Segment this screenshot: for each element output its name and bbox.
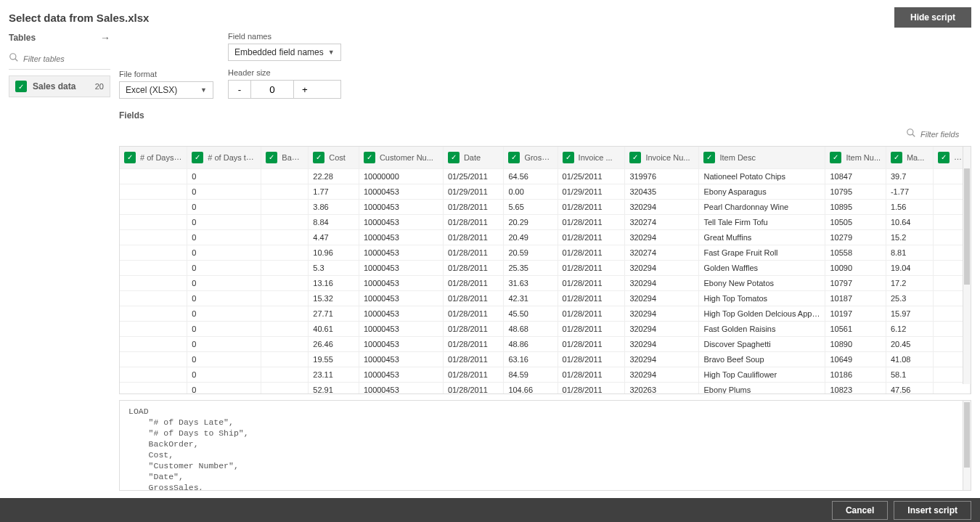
table-cell: 10279 [825,229,886,245]
table-cell: Fast Golden Raisins [699,321,825,336]
table-row[interactable]: 010.961000045301/28/201120.5901/28/20113… [120,245,971,260]
check-icon[interactable]: ✓ [508,152,520,163]
table-row[interactable]: 05.31000045301/28/201125.3501/28/2011320… [120,260,971,275]
table-row[interactable]: 040.611000045301/28/201148.6801/28/20113… [120,321,971,336]
table-cell [261,351,309,367]
column-header[interactable]: ✓Date [443,147,504,168]
check-icon[interactable]: ✓ [891,152,902,163]
table-cell: 01/29/2011 [558,184,625,199]
table-item-sales-data[interactable]: ✓ Sales data 20 [9,76,110,97]
filter-tables-input[interactable] [23,54,110,63]
table-cell: 19.55 [309,351,359,367]
table-cell [120,245,187,260]
table-row[interactable]: 052.911000045301/28/2011104.6601/28/2011… [120,382,971,394]
table-cell: 25.3 [886,290,933,306]
check-icon[interactable]: ✓ [830,152,841,163]
table-cell: Nationeel Potato Chips [699,168,825,184]
field-names-select[interactable]: Embedded field names ▼ [228,44,341,61]
table-cell: 320294 [625,275,699,290]
table-cell: 320294 [625,290,699,306]
column-header-label: Item Nu... [846,153,881,162]
vertical-scrollbar[interactable] [963,147,971,384]
table-cell: -1.77 [886,184,933,199]
stepper-minus-button[interactable]: - [229,81,250,98]
column-header[interactable]: ✓BackO... [261,147,309,168]
table-cell [261,260,309,275]
column-header[interactable]: ✓Item Nu... [825,147,886,168]
expand-arrow-icon[interactable]: → [100,32,110,44]
check-icon[interactable]: ✓ [629,152,641,163]
check-icon: ✓ [15,81,27,92]
column-header[interactable]: ✓Invoice ... [558,147,625,168]
column-header[interactable]: ✓# of Days ... [120,147,187,168]
header-size-input[interactable] [250,81,294,98]
cancel-button[interactable]: Cancel [832,501,888,520]
header-size-stepper[interactable]: - + [228,80,341,99]
table-row[interactable]: 01.771000045301/29/20110.0001/29/2011320… [120,184,971,199]
table-row[interactable]: 026.461000045301/28/201148.8601/28/20113… [120,336,971,351]
table-cell: 0 [187,229,261,245]
table-cell: 10000453 [359,229,443,245]
check-icon[interactable]: ✓ [703,152,715,163]
table-cell: 01/28/2011 [558,321,625,336]
table-row[interactable]: 022.281000000001/25/201164.5601/25/20113… [120,168,971,184]
column-header[interactable]: ✓Customer Nu... [359,147,443,168]
table-cell: 5.65 [504,199,558,214]
table-cell [261,214,309,229]
table-row[interactable]: 015.321000045301/28/201142.3101/28/20113… [120,290,971,306]
script-scrollbar[interactable] [963,401,971,490]
table-row[interactable]: 013.161000045301/28/201131.6301/28/20113… [120,275,971,290]
search-icon [9,52,19,65]
table-row[interactable]: 019.551000045301/28/201163.1601/28/20113… [120,351,971,367]
column-header[interactable]: ✓Item Desc [699,147,825,168]
column-header[interactable]: ✓Cost [309,147,359,168]
table-cell: 47.56 [886,382,933,394]
column-header[interactable]: ✓GrossS... [504,147,558,168]
table-cell: 0.00 [504,184,558,199]
column-header[interactable]: ✓Ma... [886,147,933,168]
column-header[interactable]: ✓# of Days to ... [187,147,261,168]
script-text: LOAD "# of Days Late", "# of Days to Shi… [120,401,971,491]
file-format-select[interactable]: Excel (XLSX) ▼ [119,81,213,99]
check-icon[interactable]: ✓ [124,152,136,163]
table-cell: 15.32 [309,290,359,306]
check-icon[interactable]: ✓ [563,152,574,163]
check-icon[interactable]: ✓ [938,152,950,163]
table-cell [120,351,187,367]
check-icon[interactable]: ✓ [364,152,375,163]
script-preview[interactable]: LOAD "# of Days Late", "# of Days to Shi… [119,400,971,491]
table-cell: 01/28/2011 [443,321,504,336]
table-cell: 01/28/2011 [443,214,504,229]
table-cell: Bravo Beef Soup [699,351,825,367]
table-cell: 320294 [625,260,699,275]
table-cell: 320294 [625,229,699,245]
table-cell: 25.35 [504,260,558,275]
insert-script-button[interactable]: Insert script [894,501,971,520]
table-cell: 1.56 [886,199,933,214]
column-header[interactable]: ✓Invoice Nu... [625,147,699,168]
table-cell: Great Muffins [699,229,825,245]
stepper-plus-button[interactable]: + [294,81,316,98]
table-cell [120,214,187,229]
table-cell: 10000453 [359,367,443,382]
table-cell: 15.2 [886,229,933,245]
check-icon[interactable]: ✓ [266,152,277,163]
check-icon[interactable]: ✓ [313,152,324,163]
check-icon[interactable]: ✓ [448,152,460,163]
filter-fields-input[interactable] [920,130,971,139]
table-cell: 58.1 [886,367,933,382]
table-row[interactable]: 04.471000045301/28/201120.4901/28/201132… [120,229,971,245]
check-icon[interactable]: ✓ [192,152,203,163]
fields-heading: Fields [119,110,971,121]
data-table-container: ✓# of Days ...✓# of Days to ...✓BackO...… [119,146,971,394]
table-row[interactable]: 027.711000045301/28/201145.5001/28/20113… [120,306,971,321]
table-cell [120,321,187,336]
table-row[interactable]: 03.861000045301/28/20115.6501/28/2011320… [120,199,971,214]
table-cell: 52.91 [309,382,359,394]
table-cell: 13.16 [309,275,359,290]
table-row[interactable]: 08.841000045301/28/201120.2901/28/201132… [120,214,971,229]
table-cell: Tell Tale Firm Tofu [699,214,825,229]
table-row[interactable]: 023.111000045301/28/201184.5901/28/20113… [120,367,971,382]
hide-script-button[interactable]: Hide script [894,7,971,28]
table-item-count: 20 [95,82,104,91]
